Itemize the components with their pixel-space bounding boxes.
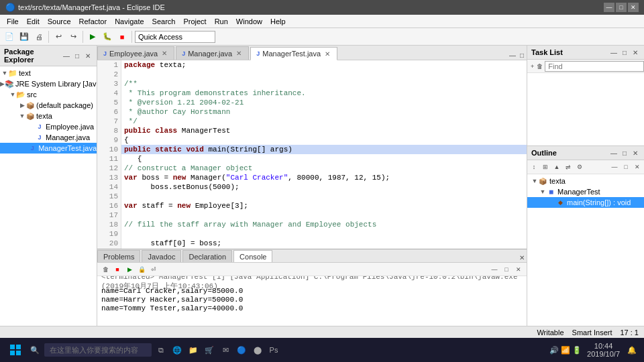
tab-problems[interactable]: Problems bbox=[97, 250, 140, 262]
terminate-button[interactable]: ■ bbox=[112, 264, 123, 275]
code-text-area[interactable]: package texta; /** * This program demons… bbox=[121, 60, 527, 249]
max-outline-button[interactable]: □ bbox=[620, 148, 629, 158]
task-list-controls[interactable]: — □ ✕ bbox=[609, 48, 640, 57]
close-employee-tab-button[interactable]: ✕ bbox=[160, 50, 168, 58]
mail-button[interactable]: ✉ bbox=[219, 343, 232, 357]
tree-item-managertest-java[interactable]: J ManagerTest.java bbox=[0, 143, 97, 154]
task-view-button[interactable]: ⧉ bbox=[154, 343, 168, 357]
taskbar-search-input[interactable] bbox=[44, 343, 152, 357]
folder-button[interactable]: 📁 bbox=[186, 343, 200, 357]
minimize-editor-button[interactable]: — bbox=[508, 50, 517, 60]
task-delete-button[interactable]: 🗑 bbox=[536, 61, 543, 72]
close-bottom-panel-button[interactable]: ✕ bbox=[517, 253, 527, 262]
outline-close-button[interactable]: ✕ bbox=[632, 162, 643, 172]
menu-source[interactable]: Source bbox=[44, 16, 75, 27]
panel-controls[interactable]: — □ ✕ bbox=[62, 51, 93, 60]
expand-default-toggle[interactable]: ▶ bbox=[19, 102, 25, 109]
outline-item-texta[interactable]: ▼ 📦 texta bbox=[527, 176, 644, 186]
outline-filter-button[interactable]: ⊞ bbox=[540, 162, 551, 172]
tree-item-manager-java[interactable]: J Manager.java bbox=[0, 132, 97, 143]
outline-item-managertest-class[interactable]: ▼ ◼ ManagerTest bbox=[527, 186, 644, 197]
close-button[interactable]: ✕ bbox=[628, 3, 639, 12]
expand-text-toggle[interactable]: ▼ bbox=[1, 70, 8, 76]
start-button[interactable] bbox=[5, 340, 25, 360]
menu-file[interactable]: File bbox=[3, 16, 23, 27]
close-managertest-tab-button[interactable]: ✕ bbox=[323, 50, 331, 58]
close-manager-tab-button[interactable]: ✕ bbox=[235, 50, 243, 58]
menu-project[interactable]: Project bbox=[179, 16, 210, 27]
tree-item-employee-java[interactable]: J Employee.java bbox=[0, 121, 97, 132]
undo-button[interactable]: ↩ bbox=[52, 30, 65, 44]
expand-texta-outline[interactable]: ▼ bbox=[531, 178, 538, 184]
print-button[interactable]: 🖨 bbox=[32, 30, 46, 44]
close-panel-button[interactable]: ✕ bbox=[83, 51, 93, 60]
close-outline-button[interactable]: ✕ bbox=[631, 148, 640, 158]
notification-button[interactable]: 🔔 bbox=[625, 343, 639, 357]
run-button[interactable]: ▶ bbox=[86, 30, 99, 44]
eclipse-taskbar-button[interactable]: 🔵 bbox=[235, 343, 248, 357]
scroll-lock-button[interactable]: 🔒 bbox=[136, 264, 147, 275]
store-button[interactable]: 🛒 bbox=[203, 343, 216, 357]
chrome-button[interactable]: ⬤ bbox=[251, 343, 264, 357]
word-wrap-button[interactable]: ⏎ bbox=[148, 264, 159, 275]
expand-texta-toggle[interactable]: ▼ bbox=[19, 113, 25, 119]
edge-button[interactable]: 🌐 bbox=[170, 343, 184, 357]
expand-jre-toggle[interactable]: ▶ bbox=[0, 80, 5, 87]
search-taskbar-button[interactable]: 🔍 bbox=[28, 343, 42, 357]
min-task-list-button[interactable]: — bbox=[609, 48, 619, 57]
tree-item-src[interactable]: ▼ 📂 src bbox=[0, 89, 97, 100]
maximize-panel-button[interactable]: □ bbox=[72, 51, 82, 60]
run-console-button[interactable]: ▶ bbox=[124, 264, 135, 275]
tree-item-default-package[interactable]: ▶ 📦 (default package) bbox=[0, 100, 97, 111]
save-button[interactable]: 💾 bbox=[17, 30, 31, 44]
menu-run[interactable]: Run bbox=[211, 16, 232, 27]
outline-min-button[interactable]: — bbox=[609, 162, 620, 172]
outline-sort-button[interactable]: ↕ bbox=[529, 162, 539, 172]
close-task-list-button[interactable]: ✕ bbox=[631, 48, 640, 57]
menu-search[interactable]: Search bbox=[148, 16, 180, 27]
tab-manager-java[interactable]: J Manager.java ✕ bbox=[176, 46, 249, 60]
redo-button[interactable]: ↪ bbox=[66, 30, 80, 44]
maximize-editor-button[interactable]: □ bbox=[517, 50, 527, 60]
tab-javadoc[interactable]: Javadoc bbox=[142, 250, 181, 262]
menu-refactor[interactable]: Refactor bbox=[75, 16, 111, 27]
clear-console-button[interactable]: 🗑 bbox=[100, 264, 111, 275]
minimize-console-button[interactable]: — bbox=[489, 264, 500, 275]
outline-settings-button[interactable]: ⚙ bbox=[574, 162, 585, 172]
tab-managertest-java[interactable]: J ManagerTest.java ✕ bbox=[250, 47, 337, 60]
tab-employee-java[interactable]: J Employee.java ✕ bbox=[97, 46, 174, 60]
maximize-console-button[interactable]: □ bbox=[501, 264, 512, 275]
max-task-list-button[interactable]: □ bbox=[620, 48, 629, 57]
tab-declaration[interactable]: Declaration bbox=[182, 250, 232, 262]
menu-help[interactable]: Help bbox=[266, 16, 290, 27]
min-outline-button[interactable]: — bbox=[609, 148, 619, 158]
quick-access-search[interactable] bbox=[135, 31, 215, 43]
expand-src-toggle[interactable]: ▼ bbox=[9, 91, 16, 98]
code-editor[interactable]: 1 2 3 4 5 6 7 8 9 10 11 12 13 14 15 16 1 bbox=[97, 60, 527, 249]
debug-button[interactable]: 🐛 bbox=[101, 30, 114, 44]
menu-edit[interactable]: Edit bbox=[23, 16, 44, 27]
tab-manager-label: Manager.java bbox=[188, 50, 232, 58]
outline-collapse-button[interactable]: ▲ bbox=[551, 162, 562, 172]
task-search-input[interactable] bbox=[545, 61, 644, 72]
outline-item-main-method[interactable]: ◆ main(String[]) : void bbox=[527, 197, 644, 208]
new-button[interactable]: 📄 bbox=[3, 30, 16, 44]
expand-managertest-outline[interactable]: ▼ bbox=[539, 188, 546, 195]
minimize-panel-button[interactable]: — bbox=[62, 51, 71, 60]
minimize-button[interactable]: — bbox=[604, 3, 614, 12]
menu-navigate[interactable]: Navigate bbox=[111, 16, 148, 27]
close-console-button[interactable]: ✕ bbox=[513, 264, 524, 275]
menu-window[interactable]: Window bbox=[232, 16, 266, 27]
ps-button[interactable]: Ps bbox=[267, 343, 280, 357]
task-new-button[interactable]: + bbox=[530, 61, 535, 72]
tree-item-text-project[interactable]: ▼ 📁 text bbox=[0, 68, 97, 78]
stop-button[interactable]: ■ bbox=[115, 30, 129, 44]
outline-sync-button[interactable]: ⇌ bbox=[563, 162, 574, 172]
tree-item-texta-package[interactable]: ▼ 📦 texta bbox=[0, 111, 97, 121]
maximize-button[interactable]: □ bbox=[616, 3, 627, 12]
tree-item-jre[interactable]: ▶ 📚 JRE System Library [JavaSE-10] bbox=[0, 78, 97, 89]
window-controls[interactable]: — □ ✕ bbox=[604, 3, 639, 12]
tab-console[interactable]: Console bbox=[233, 250, 272, 262]
outline-max-button[interactable]: □ bbox=[621, 162, 631, 172]
outline-controls[interactable]: — □ ✕ bbox=[609, 148, 640, 158]
